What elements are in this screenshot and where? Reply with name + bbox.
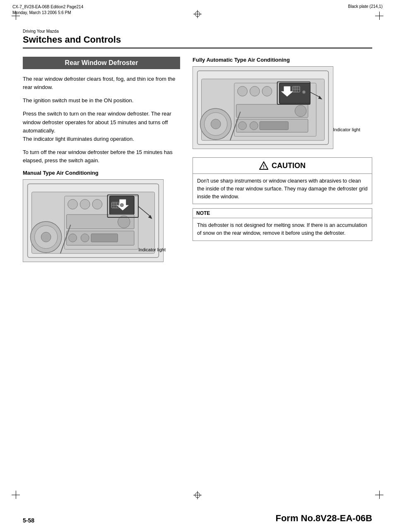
right-column: Fully Automatic Type Air Conditioning — [193, 57, 372, 241]
svg-point-11 — [41, 232, 51, 242]
fully-auto-title: Fully Automatic Type Air Conditioning — [193, 57, 372, 63]
form-number: Form No.8V28-EA-06B — [275, 513, 372, 524]
trim-top-left — [12, 12, 20, 20]
defroster-title-box: Rear Window Defroster — [23, 57, 180, 69]
trim-top-right — [375, 12, 383, 20]
svg-rect-59 — [260, 122, 288, 130]
meta-line1: CX-7_8V28-EA-06B Edition2 Page214 — [12, 4, 83, 10]
section-label: Driving Your Mazda — [23, 29, 372, 34]
svg-point-58 — [250, 122, 258, 130]
note-header: NOTE — [193, 209, 372, 218]
crosshair-bottom — [193, 491, 202, 501]
svg-point-55 — [295, 105, 306, 117]
caution-header: ! CAUTION — [193, 158, 372, 174]
right-diagram — [193, 66, 333, 149]
meta-line2: Monday, March 13 2006 5:6 PM — [12, 10, 83, 16]
svg-point-13 — [68, 200, 78, 209]
body-para4: To turn off the rear window defroster be… — [23, 148, 180, 165]
page-meta-right: Black plate (214,1) — [348, 4, 383, 9]
svg-point-53 — [302, 90, 306, 94]
svg-rect-30 — [91, 234, 118, 242]
svg-point-14 — [80, 200, 90, 209]
trim-bottom-left — [12, 491, 20, 499]
body-para1: The rear window defroster clears frost, … — [23, 75, 180, 91]
caution-box: ! CAUTION Don't use sharp instruments or… — [193, 157, 372, 204]
two-column-layout: Rear Window Defroster The rear window de… — [23, 57, 372, 265]
main-content: Driving Your Mazda Switches and Controls… — [23, 29, 372, 491]
body-para3: Press the switch to turn on the rear win… — [23, 110, 180, 143]
right-indicator-label: Indicator light — [333, 127, 360, 132]
svg-text:!: ! — [263, 164, 265, 170]
right-diagram-container: Indicator light — [193, 66, 333, 151]
crosshair-top — [193, 10, 202, 19]
right-diagram-svg — [193, 67, 333, 149]
caution-title: CAUTION — [272, 161, 306, 170]
left-column: Rear Window Defroster The rear window de… — [23, 57, 180, 265]
left-diagram-container: Indicator light — [23, 179, 164, 264]
section-title: Switches and Controls — [23, 34, 372, 45]
section-rule — [23, 48, 372, 48]
warning-triangle-icon: ! — [259, 161, 268, 170]
svg-point-44 — [262, 87, 272, 96]
svg-point-28 — [69, 234, 77, 242]
page-meta-left: CX-7_8V28-EA-06B Edition2 Page214 Monday… — [12, 4, 83, 16]
svg-point-57 — [238, 122, 247, 130]
left-indicator-label: Indicator light — [139, 247, 166, 252]
svg-point-24 — [120, 204, 123, 207]
page-footer: 5-58 Form No.8V28-EA-06B — [23, 513, 372, 524]
svg-point-15 — [92, 200, 102, 209]
note-body: This defroster is not designed for melti… — [193, 218, 372, 241]
svg-point-29 — [81, 234, 89, 242]
trim-bottom-right — [375, 491, 383, 499]
body-para2: The ignition switch must be in the ON po… — [23, 96, 180, 105]
svg-point-43 — [250, 87, 260, 96]
note-box: NOTE This defroster is not designed for … — [193, 208, 372, 241]
svg-point-42 — [238, 87, 248, 96]
page-number: 5-58 — [23, 517, 34, 524]
svg-point-40 — [211, 119, 221, 129]
section-header: Driving Your Mazda Switches and Controls — [23, 29, 372, 48]
caution-body: Don't use sharp instruments or window cl… — [193, 174, 372, 204]
manual-type-title: Manual Type Air Conditioning — [23, 170, 180, 176]
